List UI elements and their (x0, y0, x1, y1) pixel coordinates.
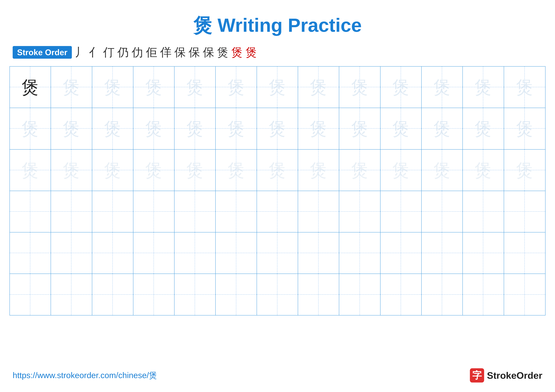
grid-row (10, 191, 545, 232)
stroke-3: 仃 (103, 45, 115, 60)
grid-cell[interactable]: 煲 (463, 150, 504, 191)
grid-cell[interactable]: 煲 (463, 108, 504, 149)
grid-row (10, 274, 545, 315)
grid-cell[interactable] (257, 191, 298, 232)
grid-cell[interactable] (298, 232, 339, 274)
grid-row: 煲煲煲煲煲煲煲煲煲煲煲煲煲 (10, 67, 545, 108)
grid-cell[interactable] (504, 232, 545, 274)
grid-cell[interactable] (51, 191, 92, 232)
grid-cell[interactable] (380, 232, 422, 274)
grid-cell[interactable] (339, 232, 380, 274)
grid-cell[interactable] (380, 274, 422, 315)
stroke-2: 亻 (89, 45, 100, 60)
grid-cell[interactable]: 煲 (92, 150, 133, 191)
grid-cell[interactable]: 煲 (339, 67, 380, 108)
grid-cell[interactable] (92, 274, 133, 315)
grid-cell[interactable]: 煲 (133, 150, 175, 191)
grid-cell[interactable]: 煲 (10, 67, 51, 108)
grid-cell[interactable] (298, 274, 339, 315)
grid-cell[interactable]: 煲 (257, 150, 298, 191)
grid-cell[interactable] (504, 274, 545, 315)
title-area: 煲 Writing Practice (0, 0, 555, 45)
grid-cell[interactable] (92, 232, 133, 274)
grid-cell[interactable]: 煲 (175, 150, 216, 191)
grid-cell[interactable]: 煲 (422, 108, 463, 149)
grid-cell[interactable] (422, 191, 463, 232)
stroke-9: 保 (189, 45, 200, 60)
stroke-7: 佯 (160, 45, 171, 60)
footer-url: https://www.strokeorder.com/chinese/煲 (13, 370, 157, 381)
grid-cell[interactable] (216, 191, 257, 232)
grid-cell[interactable]: 煲 (51, 150, 92, 191)
grid-cell[interactable]: 煲 (380, 108, 422, 149)
grid-cell[interactable] (51, 274, 92, 315)
grid-cell[interactable]: 煲 (175, 108, 216, 149)
grid-cell[interactable]: 煲 (298, 67, 339, 108)
grid-cell[interactable]: 煲 (504, 108, 545, 149)
grid-cell[interactable]: 煲 (216, 67, 257, 108)
grid-cell[interactable]: 煲 (298, 108, 339, 149)
grid-cell[interactable] (298, 191, 339, 232)
grid-cell[interactable] (380, 191, 422, 232)
grid-cell[interactable] (463, 232, 504, 274)
grid-cell[interactable] (10, 274, 51, 315)
stroke-1: 丿 (75, 45, 86, 60)
stroke-12: 煲 (231, 45, 243, 60)
grid-cell[interactable]: 煲 (133, 108, 175, 149)
stroke-4: 仍 (117, 45, 129, 60)
grid-cell[interactable]: 煲 (380, 150, 422, 191)
grid-cell[interactable]: 煲 (92, 67, 133, 108)
grid-cell[interactable] (257, 274, 298, 315)
grid-cell[interactable] (175, 232, 216, 274)
grid-cell[interactable] (175, 191, 216, 232)
page-title: 煲 Writing Practice (193, 14, 362, 36)
grid-cell[interactable]: 煲 (51, 67, 92, 108)
grid-cell[interactable]: 煲 (504, 150, 545, 191)
grid-cell[interactable]: 煲 (380, 67, 422, 108)
logo-text: StrokeOrder (487, 370, 542, 381)
grid-cell[interactable] (463, 274, 504, 315)
grid-cell[interactable] (51, 232, 92, 274)
grid-cell[interactable]: 煲 (216, 150, 257, 191)
grid-cell[interactable]: 煲 (133, 67, 175, 108)
grid-cell[interactable]: 煲 (216, 108, 257, 149)
grid-cell[interactable]: 煲 (463, 67, 504, 108)
stroke-13: 煲 (246, 45, 257, 60)
stroke-5: 仂 (132, 45, 143, 60)
grid-cell[interactable]: 煲 (51, 108, 92, 149)
grid-cell[interactable]: 煲 (339, 108, 380, 149)
logo-icon: 字 (470, 368, 484, 383)
grid-cell[interactable]: 煲 (175, 67, 216, 108)
grid-cell[interactable]: 煲 (422, 67, 463, 108)
grid-cell[interactable]: 煲 (257, 108, 298, 149)
grid-cell[interactable] (504, 191, 545, 232)
grid-cell[interactable] (257, 232, 298, 274)
stroke-6: 佢 (146, 45, 157, 60)
stroke-11: 煲 (217, 45, 228, 60)
grid-cell[interactable]: 煲 (339, 150, 380, 191)
grid-cell[interactable] (216, 274, 257, 315)
grid-cell[interactable]: 煲 (257, 67, 298, 108)
grid-cell[interactable]: 煲 (504, 67, 545, 108)
grid-cell[interactable] (339, 191, 380, 232)
grid-cell[interactable]: 煲 (10, 150, 51, 191)
grid-cell[interactable] (133, 274, 175, 315)
grid-cell[interactable] (10, 232, 51, 274)
grid-cell[interactable] (216, 232, 257, 274)
grid-cell[interactable] (422, 274, 463, 315)
grid-cell[interactable] (422, 232, 463, 274)
grid-cell[interactable] (175, 274, 216, 315)
grid-cell[interactable] (133, 232, 175, 274)
grid-cell[interactable] (10, 191, 51, 232)
grid-cell[interactable]: 煲 (10, 108, 51, 149)
grid-cell[interactable] (133, 191, 175, 232)
grid-cell[interactable]: 煲 (92, 108, 133, 149)
grid-cell[interactable]: 煲 (298, 150, 339, 191)
grid-cell[interactable] (463, 191, 504, 232)
grid-cell[interactable] (92, 191, 133, 232)
grid-cell[interactable] (339, 274, 380, 315)
grid-cell[interactable]: 煲 (422, 150, 463, 191)
stroke-8: 保 (174, 45, 186, 60)
grid-row: 煲煲煲煲煲煲煲煲煲煲煲煲煲 (10, 108, 545, 150)
practice-grid: 煲煲煲煲煲煲煲煲煲煲煲煲煲煲煲煲煲煲煲煲煲煲煲煲煲煲煲煲煲煲煲煲煲煲煲煲煲煲煲 (9, 66, 546, 315)
